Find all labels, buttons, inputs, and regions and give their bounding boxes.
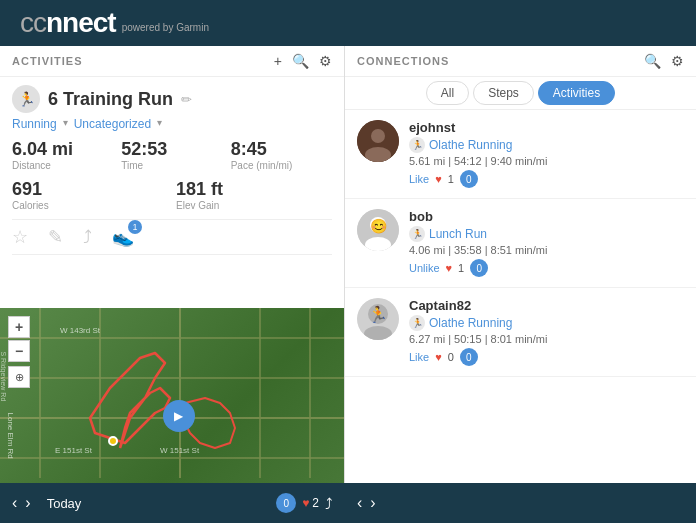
right-nav-arrows: ‹ › — [357, 494, 376, 512]
activity-name: 6 Training Run — [48, 89, 173, 110]
stats-grid-top: 6.04 mi Distance 52:53 Time 8:45 Pace (m… — [12, 139, 332, 171]
right-prev-arrow[interactable]: ‹ — [357, 494, 362, 512]
stat-pace: 8:45 Pace (min/mi) — [231, 139, 332, 171]
conn-name-ejohnst: ejohnst — [409, 120, 684, 135]
activities-panel: ACTIVITIES + 🔍 ⚙ 🏃 6 Training Run ✏ Runn… — [0, 46, 345, 523]
svg-text:🏃: 🏃 — [368, 305, 388, 324]
connection-item: 🏃 Captain82 🏃 Olathe Running 6.27 mi | 5… — [345, 288, 696, 377]
unlike-button-2[interactable]: Unlike — [409, 262, 440, 274]
zoom-out-button[interactable]: − — [8, 340, 30, 362]
pace-label: Pace (min/mi) — [231, 160, 332, 171]
elev-label: Elev Gain — [176, 200, 332, 211]
tag-arrow1: ▾ — [63, 117, 68, 131]
like-count-3: 0 — [448, 351, 454, 363]
edit-activity-icon[interactable]: ✏ — [181, 92, 192, 107]
elev-value: 181 ft — [176, 179, 332, 200]
zero-badge[interactable]: 0 — [276, 493, 296, 513]
comment-badge-3[interactable]: 0 — [460, 348, 478, 366]
settings-connections-icon[interactable]: ⚙ — [671, 54, 684, 68]
like-count-2: 1 — [458, 262, 464, 274]
activity-detail: 🏃 6 Training Run ✏ Running ▾ Uncategoriz… — [0, 77, 344, 308]
conn-info-ejohnst: ejohnst 🏃 Olathe Running 5.61 mi | 54:12… — [409, 120, 684, 188]
heart-main-icon: ♥ — [302, 496, 309, 510]
connections-panel-icons: 🔍 ⚙ — [644, 54, 684, 68]
stat-time: 52:53 Time — [121, 139, 222, 171]
logo: ccnnect powered by Garmin — [20, 7, 209, 39]
conn-activity-name-3[interactable]: Olathe Running — [429, 316, 512, 330]
edit-icon[interactable]: ✎ — [48, 226, 63, 248]
stats-grid-bottom: 691 Calories 181 ft Elev Gain — [12, 179, 332, 211]
tab-activities[interactable]: Activities — [538, 81, 615, 105]
favorite-icon[interactable]: ☆ — [12, 226, 28, 248]
road-label-3: E 151st St — [55, 446, 92, 455]
conn-stats-3: 6.27 mi | 50:15 | 8:01 min/mi — [409, 333, 684, 345]
time-label: Time — [121, 160, 222, 171]
main-content: ACTIVITIES + 🔍 ⚙ 🏃 6 Training Run ✏ Runn… — [0, 46, 696, 523]
svg-point-10 — [371, 129, 385, 143]
action-icons-row: ☆ ✎ ⤴ 👟 1 — [12, 219, 332, 255]
tab-all[interactable]: All — [426, 81, 469, 105]
conn-stats-2: 4.06 mi | 35:58 | 8:51 min/mi — [409, 244, 684, 256]
next-arrow[interactable]: › — [25, 494, 30, 512]
time-value: 52:53 — [121, 139, 222, 160]
conn-name-captain82: Captain82 — [409, 298, 684, 313]
tag-arrow2: ▾ — [157, 117, 162, 131]
conn-activity-name-2[interactable]: Lunch Run — [429, 227, 487, 241]
connections-panel-header: CONNECTIONS 🔍 ⚙ — [345, 46, 696, 77]
like-button-1[interactable]: Like — [409, 173, 429, 185]
activities-panel-header: ACTIVITIES + 🔍 ⚙ — [0, 46, 344, 77]
shoes-badge[interactable]: 👟 1 — [112, 226, 134, 248]
conn-activity-name-1[interactable]: Olathe Running — [429, 138, 512, 152]
activities-title: ACTIVITIES — [12, 55, 83, 67]
conn-run-icon-1: 🏃 — [409, 137, 425, 153]
connections-list: ejohnst 🏃 Olathe Running 5.61 mi | 54:12… — [345, 110, 696, 483]
right-next-arrow[interactable]: › — [370, 494, 375, 512]
map-layers-button[interactable]: ⊕ — [8, 366, 30, 388]
like-count-main: ♥ 2 — [302, 496, 319, 510]
tab-steps[interactable]: Steps — [473, 81, 534, 105]
conn-name-bob: bob — [409, 209, 684, 224]
search-activity-icon[interactable]: 🔍 — [292, 54, 309, 68]
conn-actions-2: Unlike ♥ 1 0 — [409, 259, 684, 277]
heart-icon-3: ♥ — [435, 351, 442, 363]
connection-item: 😊 bob 🏃 Lunch Run 4.06 mi | 35:58 | 8:51… — [345, 199, 696, 288]
calories-value: 691 — [12, 179, 168, 200]
tag-uncategorized[interactable]: Uncategorized — [74, 117, 151, 131]
map-controls: + − ⊕ — [8, 316, 30, 388]
tag-running[interactable]: Running — [12, 117, 57, 131]
comment-badge-2[interactable]: 0 — [470, 259, 488, 277]
route-start-marker — [108, 436, 118, 446]
conn-activity-row-2: 🏃 Lunch Run — [409, 226, 684, 242]
add-activity-icon[interactable]: + — [274, 54, 282, 68]
settings-activity-icon[interactable]: ⚙ — [319, 54, 332, 68]
like-button-3[interactable]: Like — [409, 351, 429, 363]
like-main-count: 2 — [312, 496, 319, 510]
conn-info-captain82: Captain82 🏃 Olathe Running 6.27 mi | 50:… — [409, 298, 684, 366]
right-bottom-bar: ‹ › — [345, 483, 696, 523]
stat-distance: 6.04 mi Distance — [12, 139, 113, 171]
activity-tags: Running ▾ Uncategorized ▾ — [12, 117, 332, 131]
distance-value: 6.04 mi — [12, 139, 113, 160]
chart-icon[interactable]: ⤴ — [83, 227, 92, 248]
connections-panel: CONNECTIONS 🔍 ⚙ All Steps Activities — [345, 46, 696, 523]
distance-label: Distance — [12, 160, 113, 171]
zoom-in-button[interactable]: + — [8, 316, 30, 338]
heart-icon-1: ♥ — [435, 173, 442, 185]
conn-activity-row-3: 🏃 Olathe Running — [409, 315, 684, 331]
svg-text:😊: 😊 — [370, 218, 388, 235]
like-section: 0 ♥ 2 ⤴ — [276, 493, 333, 513]
prev-arrow[interactable]: ‹ — [12, 494, 17, 512]
conn-actions-1: Like ♥ 1 0 — [409, 170, 684, 188]
activities-bottom-bar: ‹ › Today 0 ♥ 2 ⤴ — [0, 483, 345, 523]
conn-run-icon-3: 🏃 — [409, 315, 425, 331]
app-header: ccnnect powered by Garmin — [0, 0, 696, 46]
stat-calories: 691 Calories — [12, 179, 168, 211]
activities-panel-icons: + 🔍 ⚙ — [274, 54, 332, 68]
calories-label: Calories — [12, 200, 168, 211]
comment-badge-1[interactable]: 0 — [460, 170, 478, 188]
share-icon[interactable]: ⤴ — [325, 495, 333, 512]
pace-value: 8:45 — [231, 139, 332, 160]
search-connections-icon[interactable]: 🔍 — [644, 54, 661, 68]
play-button[interactable]: ▶ — [163, 400, 195, 432]
road-label-4: W 151st St — [160, 446, 199, 455]
